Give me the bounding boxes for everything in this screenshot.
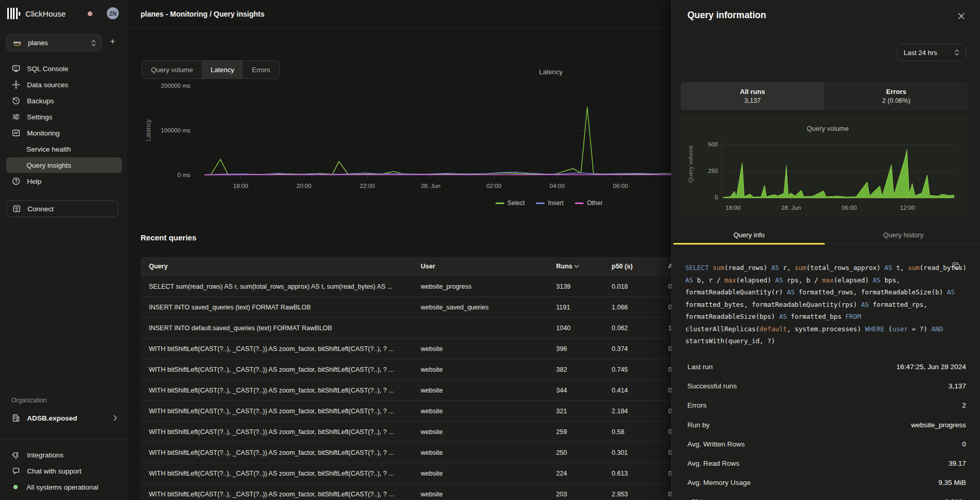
volume-x-tick: 12:00 bbox=[895, 205, 920, 211]
stat-label: Successful runs bbox=[687, 382, 737, 390]
stat-row-p50-latency: p50 latency0.018s bbox=[687, 492, 966, 500]
stat-label: Avg. Memory Usage bbox=[687, 479, 751, 487]
cell-user: website bbox=[412, 428, 548, 436]
stat-value: website_progress bbox=[911, 421, 966, 429]
clickhouse-logo[interactable]: ClickHouse bbox=[7, 6, 66, 21]
clickhouse-logo-icon bbox=[7, 8, 20, 19]
stat-value: 9.35 MiB bbox=[938, 479, 966, 487]
latency-chart-title: Latency bbox=[539, 68, 563, 76]
data-sources-icon bbox=[11, 80, 20, 89]
chat-icon bbox=[11, 467, 20, 476]
cell-p50: 0.58 bbox=[603, 428, 660, 436]
tab-query-info[interactable]: Query info bbox=[672, 226, 826, 244]
cell-query: WITH bitShiftLeft(CAST(?..), _CAST(?..))… bbox=[141, 345, 412, 353]
cell-p50: 0.613 bbox=[603, 470, 660, 477]
cell-runs: 1040 bbox=[548, 325, 603, 332]
table-row[interactable]: WITH bitShiftLeft(CAST(?..), _CAST(?..))… bbox=[141, 338, 698, 359]
sql-console-icon bbox=[11, 64, 20, 73]
stat-row-successful-runs: Successful runs3,137 bbox=[687, 376, 966, 396]
cell-query: WITH bitShiftLeft(CAST(?..), _CAST(?..))… bbox=[141, 366, 412, 373]
query-information-panel: Query information Last 24 hrs All runs3,… bbox=[671, 0, 980, 500]
sidebar-item-data-sources[interactable]: Data sources bbox=[6, 77, 122, 92]
sidebar-item-label: Settings bbox=[27, 113, 52, 121]
cell-query: WITH bitShiftLeft(CAST(?..), _CAST(?..))… bbox=[141, 449, 412, 456]
stat-row-avg-memory-usage: Avg. Memory Usage9.35 MiB bbox=[687, 473, 966, 492]
chevron-updown-icon bbox=[955, 49, 959, 56]
close-icon[interactable] bbox=[957, 11, 966, 21]
sidebar-item-all-systems-operational[interactable]: All systems operational bbox=[6, 479, 122, 495]
connect-icon bbox=[12, 205, 21, 213]
sidebar-item-label: Backups bbox=[27, 97, 54, 105]
sidebar-divider bbox=[0, 439, 128, 439]
summary-tab-errors[interactable]: Errors2 (0.06%) bbox=[824, 82, 968, 110]
sidebar-item-monitoring[interactable]: Monitoring bbox=[6, 125, 122, 141]
table-row[interactable]: WITH bitShiftLeft(CAST(?..), _CAST(?..))… bbox=[141, 483, 698, 500]
column-header-p50-s[interactable]: p50 (s) bbox=[603, 263, 660, 270]
sidebar-item-chat-with-support[interactable]: Chat with support bbox=[6, 463, 122, 479]
sidebar-item-settings[interactable]: Settings bbox=[6, 109, 122, 125]
connect-label: Connect bbox=[27, 205, 53, 213]
clickhouse-console: ClickHouse ZN aws planes + SQL ConsoleDa… bbox=[0, 0, 980, 500]
table-row[interactable]: WITH bitShiftLeft(CAST(?..), _CAST(?..))… bbox=[141, 463, 698, 483]
query-stats: Last run16:47:25, Jun 28 2024Successful … bbox=[687, 357, 966, 500]
legend-item-select[interactable]: Select bbox=[495, 199, 524, 207]
integrations-icon bbox=[11, 451, 20, 460]
cell-query: WITH bitShiftLeft(CAST(?..), _CAST(?..))… bbox=[141, 387, 412, 394]
connect-button[interactable]: Connect bbox=[6, 200, 118, 217]
tab-query-history[interactable]: Query history bbox=[826, 226, 980, 244]
cell-p50: 0.414 bbox=[603, 387, 660, 394]
sidebar-item-backups[interactable]: Backups bbox=[6, 93, 122, 109]
sidebar-item-integrations[interactable]: Integrations bbox=[6, 447, 122, 463]
table-row[interactable]: WITH bitShiftLeft(CAST(?..), _CAST(?..))… bbox=[141, 442, 698, 463]
add-service-button[interactable]: + bbox=[110, 36, 115, 47]
legend-item-insert[interactable]: Insert bbox=[536, 199, 563, 207]
table-row[interactable]: INSERT INTO saved_queries (text) FORMAT … bbox=[141, 296, 698, 317]
latency-x-tick: 02:00 bbox=[482, 183, 505, 189]
sidebar-item-label: Monitoring bbox=[27, 129, 60, 137]
table-row[interactable]: WITH bitShiftLeft(CAST(?..), _CAST(?..))… bbox=[141, 380, 698, 400]
cell-p50: 0.745 bbox=[603, 366, 660, 373]
table-row[interactable]: WITH bitShiftLeft(CAST(?..), _CAST(?..))… bbox=[141, 359, 698, 380]
summary-tab-value: 2 (0.06%) bbox=[882, 97, 910, 104]
column-header-user[interactable]: User bbox=[412, 263, 548, 270]
sidebar-item-sql-console[interactable]: SQL Console bbox=[6, 61, 122, 76]
user-avatar[interactable]: ZN bbox=[107, 7, 119, 19]
table-row[interactable]: WITH bitShiftLeft(CAST(?..), _CAST(?..))… bbox=[141, 400, 698, 421]
service-selector[interactable]: aws planes bbox=[6, 34, 102, 51]
table-row[interactable]: INSERT INTO default.saved_queries (text)… bbox=[141, 317, 698, 338]
stat-label: Errors bbox=[687, 401, 707, 409]
stat-row-errors: Errors2 bbox=[687, 396, 966, 415]
latency-y-tick: 100000 ms bbox=[161, 127, 190, 133]
latency-legend: SelectInsertOther bbox=[495, 199, 602, 207]
legend-swatch bbox=[536, 202, 545, 204]
summary-tab-all-runs[interactable]: All runs3,137 bbox=[681, 82, 824, 110]
volume-y-tick: 500 bbox=[699, 141, 718, 147]
sidebar-item-query-insights[interactable]: Query insights bbox=[6, 157, 122, 173]
column-header-runs[interactable]: Runs bbox=[548, 263, 603, 270]
time-range-select[interactable]: Last 24 hrs bbox=[897, 44, 966, 61]
copy-icon[interactable] bbox=[952, 262, 960, 270]
stat-row-last-run: Last run16:47:25, Jun 28 2024 bbox=[687, 357, 966, 376]
table-row[interactable]: SELECT sum(read_rows) AS r, sum(total_ro… bbox=[141, 276, 698, 296]
cell-p50: 0.374 bbox=[603, 345, 660, 353]
volume-y-axis-label: Query volume bbox=[687, 145, 694, 183]
recent-queries-title: Recent queries bbox=[141, 233, 197, 242]
cell-runs: 203 bbox=[548, 491, 603, 498]
table-row[interactable]: WITH bitShiftLeft(CAST(?..), _CAST(?..))… bbox=[141, 421, 698, 442]
cell-user: website bbox=[412, 408, 548, 415]
sidebar-item-service-health[interactable]: Service health bbox=[6, 141, 122, 157]
sidebar-nav: SQL ConsoleData sourcesBackupsSettingsMo… bbox=[3, 60, 125, 190]
cell-user: website bbox=[412, 345, 548, 353]
legend-item-other[interactable]: Other bbox=[575, 199, 602, 207]
cell-runs: 250 bbox=[548, 449, 603, 456]
table-header-row: QueryUserRunsp50 (s)Avg. bbox=[141, 257, 698, 276]
sidebar-item-label: Data sources bbox=[27, 81, 68, 89]
volume-x-tick: 28. Jun bbox=[779, 205, 804, 211]
latency-y-tick: 200000 ms bbox=[161, 83, 190, 89]
stat-label: Avg. Read Rows bbox=[687, 460, 739, 467]
organization-switcher[interactable]: ADSB.exposed bbox=[6, 410, 122, 426]
sidebar-item-help[interactable]: Help bbox=[6, 173, 122, 189]
sidebar: ClickHouse ZN aws planes + SQL ConsoleDa… bbox=[0, 0, 128, 500]
column-header-query[interactable]: Query bbox=[141, 263, 412, 270]
recent-queries-table: QueryUserRunsp50 (s)Avg. SELECT sum(read… bbox=[141, 257, 698, 500]
